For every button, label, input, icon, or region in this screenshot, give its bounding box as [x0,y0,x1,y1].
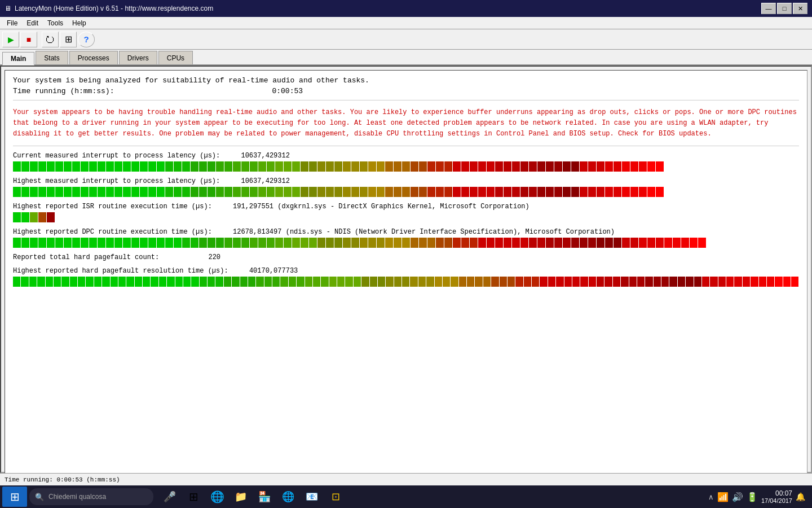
bar-segment [546,161,554,172]
bar-segment [475,277,482,287]
minimize-button[interactable]: — [761,3,776,14]
monitor-button[interactable]: ⊞ [60,32,77,47]
start-button[interactable]: ⊞ [2,487,27,507]
bar-segment [334,161,342,172]
bar-segment [467,277,474,287]
bar-segment [597,161,604,172]
bar-segment [419,161,427,172]
bar-segment [70,277,77,287]
bar-segment [98,187,105,197]
bar-segment [427,187,435,197]
bar-segment [191,161,198,172]
bar-segment [710,277,717,287]
bar-segment [98,161,105,172]
menu-help[interactable]: Help [68,18,91,28]
tab-processes[interactable]: Processes [69,51,118,64]
bar-segment [377,238,385,248]
maximize-button[interactable]: □ [777,3,792,14]
bar-segment [580,187,588,197]
tab-bar: Main Stats Processes Drivers CPUs [0,50,812,65]
menu-file[interactable]: File [2,18,22,28]
taskbar-edge[interactable]: 🌐 [279,487,298,506]
taskbar-windows[interactable]: ⊞ [184,487,203,506]
window-controls: — □ ✕ [761,3,807,14]
tab-cpus[interactable]: CPUs [158,51,193,64]
menu-edit[interactable]: Edit [22,18,43,28]
bar-segment [89,238,97,248]
tray-volume[interactable]: 🔊 [732,492,743,502]
refresh-button[interactable]: ⭮ [42,32,59,47]
bar-segment [78,277,85,287]
bar-segment [157,161,165,172]
bar-segment [554,238,562,248]
search-label: Chiedemi qualcosa [48,493,106,501]
bar-segment [443,277,450,287]
search-bar[interactable]: 🔍 Chiedemi qualcosa [29,488,153,505]
bar-segment [199,187,207,197]
bar-segment [241,161,249,172]
app-content-wrapper: Your system is being analyzed for suitab… [0,65,812,473]
taskbar-mail[interactable]: 📧 [302,487,321,506]
bar-segment [72,187,80,197]
tab-drivers[interactable]: Drivers [119,51,157,64]
bar-segment [216,187,224,197]
bar-segment [114,238,122,248]
bar-segment [483,277,491,287]
bar-segment [46,277,53,287]
bar-segment [751,277,758,287]
bar-segment [419,187,427,197]
bar-segment [13,238,21,248]
tray-network[interactable]: 📶 [717,492,729,502]
taskbar-microphone[interactable]: 🎤 [160,487,179,506]
bar-segment [614,238,621,248]
tab-stats[interactable]: Stats [36,51,68,64]
bar-segment [673,238,681,248]
bar-segment [647,187,655,197]
stop-button[interactable]: ■ [20,32,37,47]
content-area[interactable]: Your system is being analyzed for suitab… [5,70,807,475]
bar-segment [791,277,798,287]
close-button[interactable]: ✕ [793,3,807,14]
bar-segment [233,161,241,172]
taskbar-explorer[interactable]: 📁 [231,487,250,506]
bar-segment [345,277,352,287]
bar-segment [89,187,97,197]
bar-segment [512,161,520,172]
bar-segment [368,238,376,248]
tray-battery[interactable]: 🔋 [747,492,758,502]
bar-segment [199,238,207,248]
bar-segment [13,277,20,287]
menu-tools[interactable]: Tools [43,18,68,28]
status-text: Time running: 0:00:53 (h:mm:ss) [5,476,120,483]
bar-segment [334,238,342,248]
tray-notification[interactable]: 🔔 [796,492,805,501]
taskbar-store[interactable]: 🏪 [255,487,274,506]
bar-segment [580,161,588,172]
bar-segment [385,238,393,248]
play-button[interactable]: ▶ [2,32,19,47]
bar-segment [394,277,401,287]
bar-segment [174,187,182,197]
bar-segment [157,238,165,248]
bar-segment [297,277,304,287]
bar-segment [55,161,63,172]
bar-segment [563,187,571,197]
section-divider-2 [13,146,799,146]
bar-segment [678,277,685,287]
tray-expand[interactable]: ∧ [708,493,714,501]
title-bar-title: 🖥 LatencyMon (Home Edition) v 6.51 - htt… [5,5,213,12]
bar-segment [182,187,190,197]
help-button[interactable]: ? [78,32,95,47]
bar-segment [410,277,417,287]
bar-segment [436,161,444,172]
bar-segment [284,187,292,197]
bar-segment [597,277,604,287]
bar-segment [436,187,444,197]
taskbar-app[interactable]: ⊡ [326,487,345,506]
window-title: LatencyMon (Home Edition) v 6.51 - http:… [15,5,213,12]
tab-main[interactable]: Main [2,52,34,65]
bar-segment [208,238,215,248]
bar-segment [114,161,122,172]
bar-segment [343,187,351,197]
taskbar-ie[interactable]: 🌐 [208,487,227,506]
